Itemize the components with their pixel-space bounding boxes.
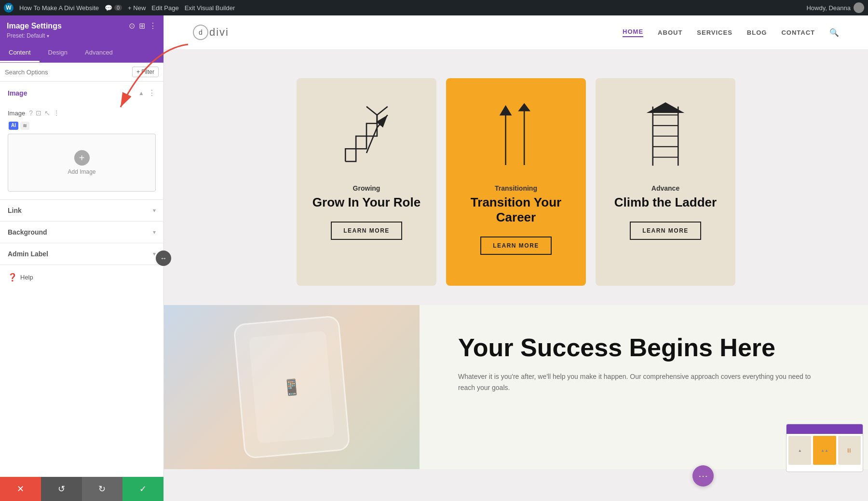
admin-label-section-title: Admin Label <box>8 250 48 258</box>
main-layout: Image Settings ⊙ ⊞ ⋮ Preset: Default ▾ C… <box>0 15 868 501</box>
preset-selector[interactable]: Preset: Default ▾ <box>7 32 157 39</box>
ai-options-icon[interactable]: ≋ <box>20 122 29 130</box>
card-growing-icon <box>338 97 395 175</box>
card-growing-subtitle: Growing <box>353 184 380 192</box>
undo-icon: ↺ <box>58 484 65 494</box>
fab-button[interactable]: ⋯ <box>692 465 714 487</box>
admin-label-collapse-icon[interactable]: ▾ <box>153 250 156 257</box>
collapse-icon[interactable]: ▲ <box>138 90 144 97</box>
search-bar: + Filter <box>0 63 163 82</box>
undo-button[interactable]: ↺ <box>41 477 82 501</box>
card-transitioning-button[interactable]: LEARN MORE <box>480 237 552 255</box>
comment-count[interactable]: 💬 0 <box>105 4 122 12</box>
card-transitioning-title: Transition Your Career <box>461 195 571 225</box>
card-growing-button[interactable]: LEARN MORE <box>331 222 402 240</box>
save-button[interactable]: ✓ <box>122 477 163 501</box>
comment-number: 0 <box>114 5 122 11</box>
nav-links: HOME ABOUT SERVICES BLOG CONTACT 🔍 <box>623 28 839 37</box>
tab-advanced[interactable]: Advanced <box>76 44 122 62</box>
background-section-title: Background <box>8 228 47 236</box>
card-advance-button[interactable]: LEARN MORE <box>630 222 701 240</box>
logo-text: divi <box>209 26 229 39</box>
admin-label-section: Admin Label ▾ <box>0 243 163 265</box>
link-section-title: Link <box>8 207 22 214</box>
nav-services[interactable]: SERVICES <box>697 29 732 36</box>
split-view-button[interactable]: ⊞ <box>139 21 145 30</box>
image-gallery-icon-btn[interactable]: ⊡ <box>36 109 41 117</box>
card-growing: Growing Grow In Your Role LEARN MORE <box>297 78 436 286</box>
second-section-title: Your Success Begins Here <box>458 334 829 362</box>
image-section-controls: ▲ ⋮ <box>138 88 156 97</box>
new-button[interactable]: + New <box>128 4 146 12</box>
preset-chevron-icon: ▾ <box>47 33 49 39</box>
more-options-button[interactable]: ⋮ <box>149 21 157 30</box>
ai-icons-row: AI ≋ <box>9 122 156 130</box>
card-advance-title: Climb the Ladder <box>614 195 717 210</box>
sidebar-title-icons: ⊙ ⊞ ⋮ <box>129 21 157 30</box>
section-more-icon[interactable]: ⋮ <box>148 88 156 97</box>
user-info: Howdy, Deanna <box>806 2 864 13</box>
main-content: d divi HOME ABOUT SERVICES BLOG CONTACT … <box>164 15 868 501</box>
site-logo: d divi <box>193 25 229 40</box>
image-field-label: Image <box>8 110 25 117</box>
exit-visual-builder-button[interactable]: Exit Visual Builder <box>185 4 235 12</box>
tab-content[interactable]: Content <box>0 44 40 62</box>
cancel-icon: ✕ <box>17 484 24 494</box>
card-advance: Advance Climb the Ladder LEARN MORE <box>596 78 735 286</box>
second-section-description: Whatever it is you're after, we'll help … <box>458 371 829 393</box>
sidebar-title-row: Image Settings ⊙ ⊞ ⋮ <box>7 21 157 30</box>
card-growing-title: Grow In Your Role <box>312 195 420 210</box>
image-more-icon-btn[interactable]: ⋮ <box>53 109 60 117</box>
second-section-image: 📱 <box>164 305 420 469</box>
image-section: Image ▲ ⋮ Image ? ⊡ ↖ ⋮ <box>0 82 163 200</box>
redo-button[interactable]: ↻ <box>82 477 123 501</box>
image-section-content: Image ? ⊡ ↖ ⋮ AI ≋ + Add I <box>0 104 163 199</box>
sidebar-title: Image Settings <box>7 22 62 30</box>
image-cursor-icon-btn[interactable]: ↖ <box>44 109 50 117</box>
card-advance-icon <box>637 97 694 175</box>
search-input[interactable] <box>5 69 129 76</box>
image-label-row: Image ? ⊡ ↖ ⋮ <box>8 109 156 117</box>
filter-button[interactable]: + Filter <box>132 67 159 77</box>
edit-page-button[interactable]: Edit Page <box>151 4 178 12</box>
help-icon-btn[interactable]: ? <box>29 109 33 117</box>
admin-bar: W How To Make A Divi Website 💬 0 + New E… <box>0 0 868 15</box>
card-transitioning-icon <box>487 97 545 175</box>
wp-logo-icon[interactable]: W <box>4 3 14 13</box>
image-section-header[interactable]: Image ▲ ⋮ <box>0 82 163 104</box>
background-section-header[interactable]: Background ▾ <box>0 222 163 243</box>
sidebar-resize-handle[interactable]: ↔ <box>156 250 171 266</box>
focus-mode-button[interactable]: ⊙ <box>129 21 135 30</box>
site-name[interactable]: How To Make A Divi Website <box>19 4 99 12</box>
link-section-header[interactable]: Link ▾ <box>0 200 163 221</box>
sidebar-tabs: Content Design Advanced <box>0 44 163 63</box>
cards-grid: Growing Grow In Your Role LEARN MORE <box>193 78 839 286</box>
nav-about[interactable]: ABOUT <box>658 29 682 36</box>
card-advance-subtitle: Advance <box>651 184 679 192</box>
link-section: Link ▾ <box>0 200 163 222</box>
hero-section: Growing Grow In Your Role LEARN MORE <box>164 49 868 305</box>
background-collapse-icon[interactable]: ▾ <box>153 229 156 236</box>
add-image-plus-icon: + <box>74 150 90 166</box>
svg-marker-9 <box>518 103 530 111</box>
cancel-button[interactable]: ✕ <box>0 477 41 501</box>
sidebar-footer: ✕ ↺ ↻ ✓ <box>0 477 163 501</box>
admin-label-section-header[interactable]: Admin Label ▾ <box>0 243 163 264</box>
nav-home[interactable]: HOME <box>623 28 643 37</box>
second-section: 📱 Your Success Begins Here Whatever it i… <box>164 305 868 469</box>
search-icon[interactable]: 🔍 <box>829 28 839 37</box>
image-upload-area[interactable]: + Add Image <box>8 134 156 192</box>
image-section-title: Image <box>8 89 27 97</box>
sidebar-content: Image ▲ ⋮ Image ? ⊡ ↖ ⋮ <box>0 82 163 501</box>
ai-badge[interactable]: AI <box>9 122 18 130</box>
howdy-text: Howdy, Deanna <box>806 4 851 12</box>
nav-contact[interactable]: CONTACT <box>781 29 815 36</box>
help-circle-icon: ❓ <box>8 273 17 282</box>
nav-blog[interactable]: BLOG <box>747 29 767 36</box>
redo-icon: ↻ <box>98 484 106 494</box>
svg-marker-7 <box>500 105 512 115</box>
tab-design[interactable]: Design <box>40 44 76 62</box>
help-section[interactable]: ❓ Help <box>0 265 163 290</box>
user-avatar[interactable] <box>854 2 864 13</box>
link-collapse-icon[interactable]: ▾ <box>153 207 156 214</box>
